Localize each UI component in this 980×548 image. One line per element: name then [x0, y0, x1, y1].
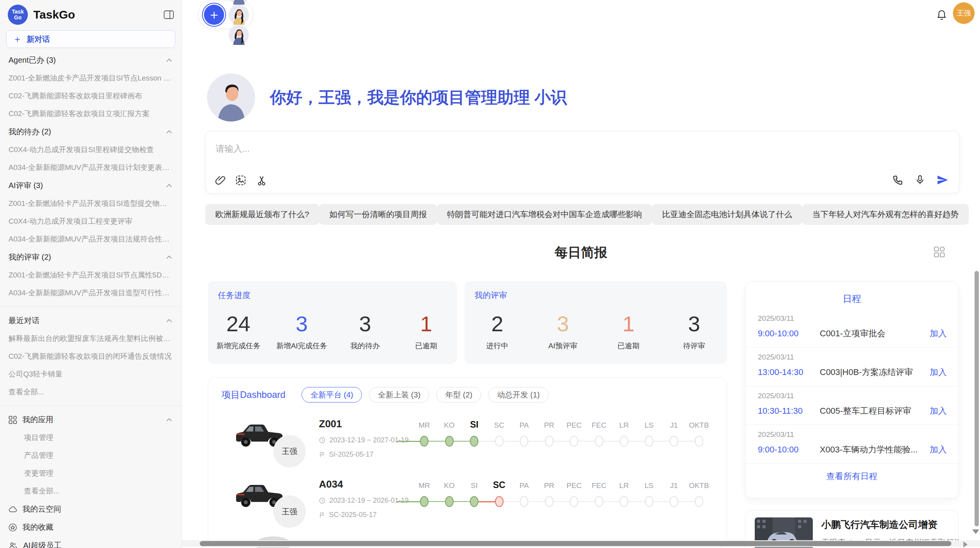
milestone-node[interactable] — [470, 436, 478, 447]
notifications-bell-icon[interactable] — [936, 9, 947, 21]
phone-icon[interactable] — [892, 174, 904, 186]
recent-conversation-item[interactable]: 解释最新出台的欧盟报废车法规再生塑料比例被调至15%... — [0, 330, 182, 348]
horizontal-scrollbar-thumb[interactable] — [200, 541, 951, 546]
suggestion-chip[interactable]: 比亚迪全固态电池计划具体说了什么 — [652, 204, 802, 225]
milestone-node[interactable] — [420, 436, 428, 447]
join-meeting-link[interactable]: 加入 — [930, 328, 947, 339]
view-all-schedule-link[interactable]: 查看所有日程 — [745, 471, 958, 482]
member-avatar[interactable] — [229, 0, 249, 5]
attachment-icon[interactable] — [215, 175, 226, 186]
view-all-conversations-link[interactable]: 查看全部... — [0, 383, 182, 401]
chevron-up-icon[interactable] — [165, 253, 173, 261]
milestone-node[interactable] — [420, 496, 428, 507]
recent-conversations-header[interactable]: 最近对话 — [0, 312, 182, 330]
stat-value: 3 — [671, 313, 717, 335]
sidebar-collapse-icon[interactable] — [164, 10, 174, 19]
milestone-node[interactable] — [545, 496, 553, 507]
suggestion-chip[interactable]: 欧洲新规最近颁布了什么? — [205, 204, 319, 225]
sidebar-task-item[interactable]: C0X4-动力总成开发项目SI里程碑提交物检查 — [0, 141, 182, 159]
send-icon[interactable] — [936, 174, 949, 186]
sidebar-section-header[interactable]: AI评审 (3) — [0, 176, 182, 195]
sidebar-task-item[interactable]: Z001-全新燃油轻卡产品开发项目SI造型提交物评审 — [0, 195, 182, 212]
milestone-node[interactable] — [545, 436, 553, 447]
add-session-button[interactable]: ＋ — [204, 5, 224, 25]
sidebar-task-item[interactable]: C02-飞腾新能源轻客改款项目立项汇报方案 — [0, 105, 182, 123]
milestone-node[interactable] — [495, 496, 504, 507]
scroll-right-arrow-icon[interactable] — [963, 541, 968, 548]
project-code[interactable]: Z001 — [319, 418, 409, 430]
milestone-node[interactable] — [645, 496, 653, 507]
dashboard-tab[interactable]: 全新平台 (4) — [302, 387, 362, 402]
project-code[interactable]: A034 — [319, 478, 409, 490]
milestone-node[interactable] — [620, 436, 628, 447]
scissors-icon[interactable] — [256, 175, 267, 186]
join-meeting-link[interactable]: 加入 — [930, 405, 947, 417]
app-sub-item[interactable]: 变更管理 — [0, 464, 182, 482]
dashboard-tab[interactable]: 全新上装 (3) — [369, 387, 429, 402]
sidebar-section-header[interactable]: Agent已办 (3) — [0, 51, 182, 69]
milestone-node[interactable] — [520, 436, 528, 447]
milestone-node[interactable] — [670, 496, 678, 507]
milestone-node[interactable] — [495, 436, 504, 447]
milestone-node[interactable] — [645, 436, 653, 447]
project-dashboard-card: 项目Dashboard 全新平台 (4)全新上装 (3)年型 (2)动总开发 (… — [208, 377, 727, 548]
chevron-up-icon[interactable] — [165, 182, 173, 190]
milestone-node[interactable] — [695, 496, 703, 507]
sidebar-task-item[interactable]: C02-飞腾新能源轻客改款项目里程碑画布 — [0, 87, 182, 105]
microphone-icon[interactable] — [915, 174, 925, 186]
milestone-node[interactable] — [620, 496, 628, 507]
chevron-up-icon[interactable] — [165, 128, 173, 136]
join-meeting-link[interactable]: 加入 — [930, 444, 947, 456]
chevron-up-icon[interactable] — [165, 317, 173, 325]
vertical-scrollbar[interactable] — [975, 271, 979, 526]
member-avatar[interactable] — [229, 25, 249, 45]
suggestion-chip[interactable]: 当下年轻人对汽车外观有怎样的喜好趋势 — [802, 204, 969, 225]
milestone-node[interactable] — [695, 436, 703, 447]
my-reviews-card: 我的评审 2进行中3AI预评审1已逾期3待评审 — [464, 281, 727, 364]
sidebar-task-item[interactable]: A034-全新新能源MUV产品开发项目计划变更表编写 — [0, 159, 182, 176]
my-apps-header[interactable]: 我的应用 — [0, 411, 182, 429]
suggestion-chip[interactable]: 如何写一份清晰的项目周报 — [319, 204, 437, 225]
chevron-up-icon[interactable] — [165, 416, 173, 424]
app-sub-item[interactable]: 项目管理 — [0, 429, 182, 447]
project-owner-avatar[interactable]: 王强 — [273, 495, 306, 528]
suggestion-chip[interactable]: 特朗普可能对进口汽车增税会对中国车企造成哪些影响 — [437, 204, 652, 225]
milestone-node[interactable] — [470, 496, 478, 507]
milestone-node[interactable] — [595, 436, 603, 447]
project-owner-avatar[interactable]: 王强 — [273, 435, 306, 468]
milestone-node[interactable] — [570, 496, 578, 507]
briefing-layout-icon[interactable] — [934, 246, 945, 258]
app-sub-item[interactable]: 查看全部... — [0, 482, 182, 500]
recent-conversation-item[interactable]: C02-飞腾新能源轻客改款项目的闭环通告反馈情况 — [0, 348, 182, 365]
dashboard-tab[interactable]: 年型 (2) — [436, 387, 481, 402]
chat-input[interactable] — [215, 142, 913, 171]
sidebar-section-header[interactable]: 我的评审 (2) — [0, 248, 182, 266]
sidebar-item-cloud-space[interactable]: 我的云空间 — [0, 500, 182, 518]
sidebar-task-item[interactable]: A034-全新新能源MUV产品开发项目法规符合性评审 — [0, 230, 182, 248]
milestone-node[interactable] — [520, 496, 528, 507]
stat-label: AI预评审 — [540, 341, 586, 351]
scroll-down-arrow-icon[interactable] — [972, 529, 979, 534]
sidebar-section-header[interactable]: 我的待办 (2) — [0, 123, 182, 141]
milestone-node[interactable] — [570, 436, 578, 447]
chevron-up-icon[interactable] — [165, 57, 173, 64]
recent-conversation-item[interactable]: 公司Q3轻卡销量 — [0, 365, 182, 383]
app-sub-item[interactable]: 产品管理 — [0, 447, 182, 464]
sidebar-item-ai-super-staff[interactable]: AI超级员工 — [0, 536, 182, 548]
chat-input-box[interactable] — [205, 131, 960, 194]
milestone-node[interactable] — [445, 436, 454, 447]
sidebar-task-item[interactable]: A034-全新新能源MUV产品开发项目造型可行性评审 — [0, 284, 182, 302]
sidebar-item-favorites[interactable]: 我的收藏 — [0, 518, 182, 536]
sidebar-task-item[interactable]: C0X4-动力总成开发项目工程变更评审 — [0, 212, 182, 230]
sidebar-task-item[interactable]: Z001-全新燃油皮卡产品开发项目SI节点Lesson Learn报告 — [0, 69, 182, 87]
user-avatar[interactable]: 王强 — [953, 2, 975, 24]
member-avatar[interactable] — [229, 5, 249, 25]
milestone-node[interactable] — [670, 436, 678, 447]
sidebar-task-item[interactable]: Z001-全新燃油轻卡产品开发项目SI节点属性5D文件评审 — [0, 266, 182, 284]
dashboard-tab[interactable]: 动总开发 (1) — [488, 387, 548, 402]
new-chat-button[interactable]: ＋ 新对话 — [6, 30, 175, 48]
image-icon[interactable] — [235, 175, 247, 186]
milestone-node[interactable] — [595, 496, 603, 507]
milestone-node[interactable] — [445, 496, 454, 507]
join-meeting-link[interactable]: 加入 — [930, 366, 947, 378]
